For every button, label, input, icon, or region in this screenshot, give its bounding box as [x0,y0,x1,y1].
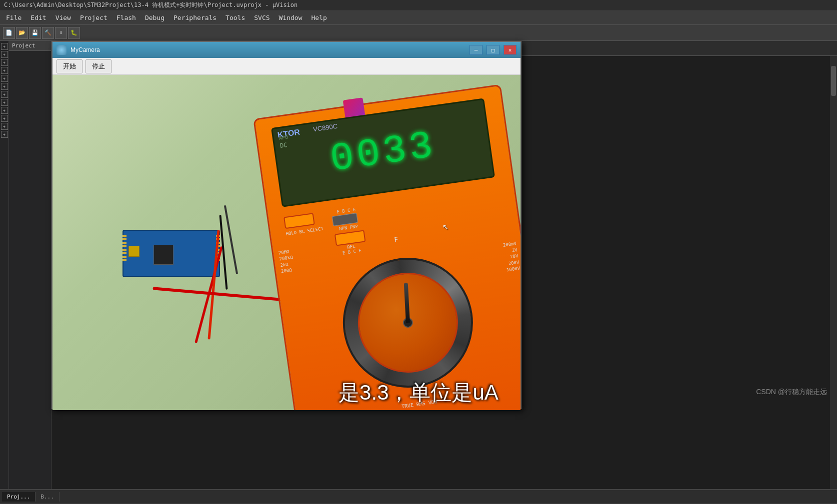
meter-rel-btn[interactable] [334,230,366,246]
sidebar-icon-8[interactable]: + [1,99,8,106]
menu-help[interactable]: Help [308,13,331,22]
pin-1 [122,235,126,237]
pin-3 [122,242,126,244]
camera-window-icon [56,45,66,55]
dial-outer [334,249,482,396]
sidebar-icon-5[interactable]: + [1,75,8,82]
meter-hold-btn[interactable] [284,213,315,229]
board-module [128,246,140,257]
meter-f-label: F [394,235,399,244]
menu-file[interactable]: File [2,13,26,22]
menu-project[interactable]: Project [76,13,112,22]
menu-debug[interactable]: Debug [141,13,168,22]
camera-title-text: MyCamera [70,46,466,53]
meter-mode-apo: APO [278,134,288,141]
watermark: CSDN @行稳方能走远 [756,388,827,397]
bottom-area: Proj... B... Build Output Load "C:\\... … [0,489,837,504]
sidebar-icon-6[interactable]: + [1,83,8,90]
pin-8 [122,259,126,261]
pin-7 [122,256,126,258]
pin-4 [122,245,126,247]
left-sidebar: + + + + + + + + + + + + [0,41,9,489]
camera-window: MyCamera ─ □ ✕ 开始 停止 [52,41,522,409]
sidebar-icon-11[interactable]: + [1,123,8,130]
meter-dial-area [334,249,482,396]
bottom-tabs: Proj... B... [0,490,837,504]
toolbar-btn-new[interactable]: 📄 [3,27,15,39]
meter-1000v: 1000V [506,265,520,273]
bottom-tab-project[interactable]: Proj... [2,492,36,502]
meter-mode-dc: DC [280,141,288,149]
toolbar-btn-download[interactable]: ⬇ [55,27,67,39]
meter-voltage-labels: 200mV 2V 20V 200V 1000V [502,240,520,273]
meter-npn-area: E B C E NPN PNP REL E B C E [331,206,367,256]
camera-stop-button[interactable]: 停止 [86,59,112,73]
camera-start-button[interactable]: 开始 [56,59,82,73]
scrollbar-thumb[interactable] [831,66,836,96]
menu-view[interactable]: View [52,13,75,22]
menu-flash[interactable]: Flash [112,13,140,22]
menu-svcs[interactable]: SVCS [250,13,274,22]
project-panel-header: Project [9,41,51,51]
meter-reading: 0033 [328,126,438,179]
sidebar-icon-9[interactable]: + [1,107,8,114]
toolbar-btn-build[interactable]: 🔨 [42,27,54,39]
project-panel: Project [9,41,52,489]
sidebar-icon-3[interactable]: + [1,59,8,66]
title-bar: C:\Users\Admin\Desktop\STM32Project\13-4… [0,0,837,11]
sidebar-icon-4[interactable]: + [1,67,8,74]
editor-area: stm32f10x_rcc.c time.h stm32f10x_pwr.h s… [52,41,837,489]
menu-bar: File Edit View Project Flash Debug Perip… [0,11,837,25]
sidebar-icon-10[interactable]: + [1,115,8,122]
menu-tools[interactable]: Tools [222,13,249,22]
editor-scrollbar[interactable] [830,56,837,489]
dial-inner [352,266,464,379]
toolbar: 📄 📂 💾 🔨 ⬇ 🐛 [0,25,837,41]
camera-titlebar: MyCamera ─ □ ✕ [52,42,520,58]
stm32-board [122,230,220,277]
meter-model: VC890C [312,122,338,133]
mouse-cursor: ↖ [442,220,448,232]
meter-buttons-row: HOLD BL SELECT E B C E NPN PNP REL E B C… [284,206,367,263]
meter-display: KTOR VC890C APO DC 0033 [271,98,495,207]
stm32-chip [154,245,174,265]
dial-indicator [404,283,410,323]
sidebar-icon-7[interactable]: + [1,91,8,98]
menu-peripherals[interactable]: Peripherals [170,13,220,22]
board-pins-left [122,235,126,261]
toolbar-btn-open[interactable]: 📂 [16,27,28,39]
main-area: + + + + + + + + + + + + Project stm32f10… [0,41,837,489]
meter-true-rms: TRUE RMS VDH [401,399,438,409]
title-text: C:\Users\Admin\Desktop\STM32Project\13-4… [4,1,298,9]
sidebar-icon-1[interactable]: + [1,43,8,50]
camera-maximize-button[interactable]: □ [486,45,500,55]
camera-minimize-button[interactable]: ─ [470,45,482,55]
toolbar-btn-save[interactable]: 💾 [29,27,41,39]
sidebar-icon-2[interactable]: + [1,51,8,58]
camera-toolbar: 开始 停止 [52,58,520,75]
menu-window[interactable]: Window [275,13,306,22]
bottom-tab-build[interactable]: B... [36,492,60,502]
watermark-text: CSDN @行稳方能走远 [756,388,827,396]
pin-2 [122,238,126,240]
pin-5 [122,249,126,251]
pin-6 [122,252,126,254]
multimeter: KTOR VC890C APO DC 0033 HOLD BL SELECT [253,84,520,410]
menu-edit[interactable]: Edit [26,13,50,22]
toolbar-btn-debug[interactable]: 🐛 [68,27,80,39]
camera-viewport: KTOR VC890C APO DC 0033 HOLD BL SELECT [52,75,520,410]
sidebar-icon-12[interactable]: + [1,131,8,138]
meter-range-200ohm: 200Ω [280,267,295,275]
camera-close-button[interactable]: ✕ [504,45,516,55]
